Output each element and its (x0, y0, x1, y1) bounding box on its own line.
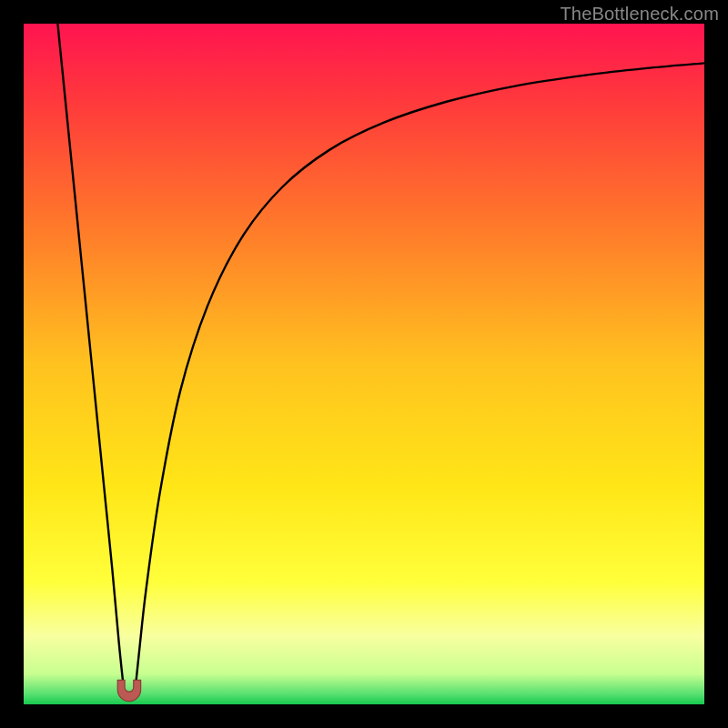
gradient-background (24, 24, 704, 704)
chart-frame: TheBottleneck.com (0, 0, 728, 728)
bottleneck-curve-chart (24, 24, 704, 704)
plot-area (24, 24, 704, 704)
watermark-text: TheBottleneck.com (560, 4, 719, 25)
